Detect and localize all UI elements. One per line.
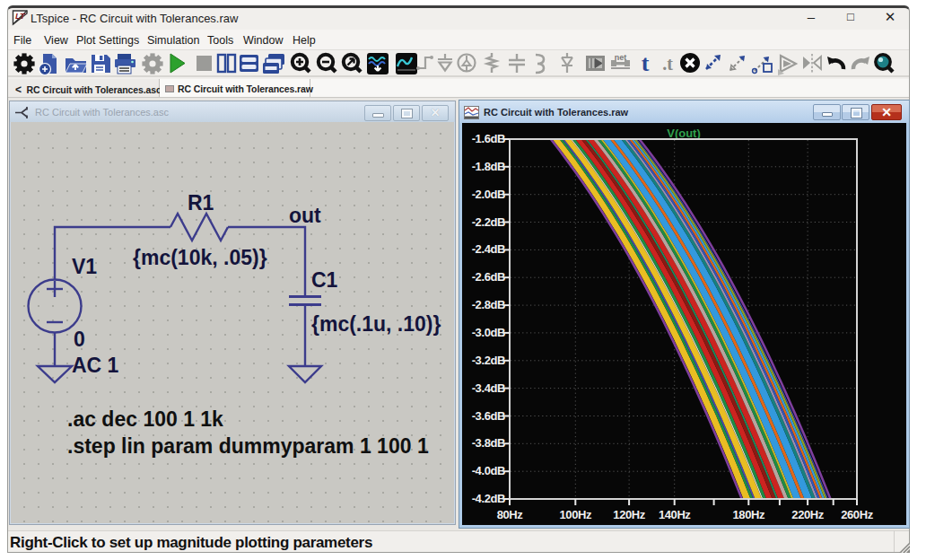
svg-text:net: net: [615, 53, 627, 62]
svg-text:.step lin param dummyparam 1 1: .step lin param dummyparam 1 100 1: [67, 434, 429, 458]
svg-text:t: t: [642, 51, 650, 76]
svg-text:140Hz: 140Hz: [659, 508, 691, 521]
svg-text:120Hz: 120Hz: [613, 508, 645, 521]
svg-text:-3.4dB: -3.4dB: [472, 381, 505, 395]
svg-text:R1: R1: [188, 191, 214, 214]
svg-text:out: out: [289, 204, 321, 227]
svg-text:-1.6dB: -1.6dB: [472, 132, 505, 145]
svg-text:-2.2dB: -2.2dB: [472, 215, 505, 229]
svg-text:C1: C1: [311, 268, 338, 292]
svg-text:-3.2dB: -3.2dB: [472, 354, 505, 367]
svg-text:100Hz: 100Hz: [560, 508, 592, 521]
svg-text:{mc(10k, .05)}: {mc(10k, .05)}: [133, 246, 267, 269]
svg-text:80Hz: 80Hz: [497, 508, 524, 521]
svg-text:-3.6dB: -3.6dB: [472, 409, 505, 423]
svg-text:V1: V1: [72, 255, 97, 278]
svg-text:{mc(.1u, .10)}: {mc(.1u, .10)}: [311, 312, 441, 336]
svg-text:-2.6dB: -2.6dB: [472, 270, 505, 284]
svg-text:220Hz: 220Hz: [791, 508, 824, 521]
svg-text:LT: LT: [15, 11, 26, 21]
svg-text:-3.8dB: -3.8dB: [472, 436, 505, 450]
svg-text:260Hz: 260Hz: [841, 508, 873, 521]
svg-text:AC 1: AC 1: [72, 354, 119, 377]
svg-text:V(out): V(out): [667, 127, 701, 140]
svg-text:-1.8dB: -1.8dB: [472, 160, 505, 173]
svg-text:-4.0dB: -4.0dB: [472, 464, 505, 477]
svg-text:-3.0dB: -3.0dB: [472, 326, 505, 339]
svg-text:-2.8dB: -2.8dB: [472, 298, 505, 311]
svg-text:180Hz: 180Hz: [733, 508, 765, 521]
svg-text:-4.2dB: -4.2dB: [472, 492, 505, 505]
svg-text:.t: .t: [662, 54, 673, 74]
svg-text:-2.4dB: -2.4dB: [472, 242, 505, 256]
svg-text:-2.0dB: -2.0dB: [472, 188, 505, 201]
svg-text:.ac dec 100 1 1k: .ac dec 100 1 1k: [67, 407, 223, 431]
svg-text:0: 0: [74, 328, 85, 351]
